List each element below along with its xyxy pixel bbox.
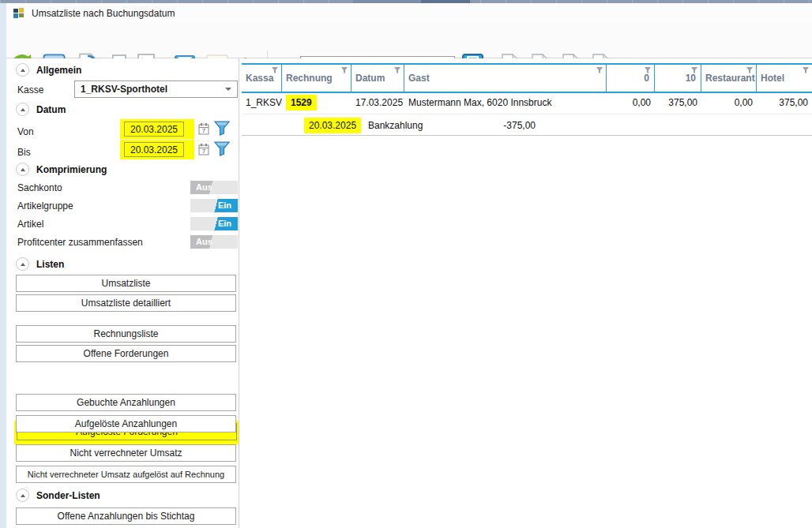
von-label: Von <box>17 126 34 137</box>
filter-icon[interactable] <box>802 66 810 74</box>
kasse-select[interactable]: 1_RKSV-Sporthotel <box>74 81 238 98</box>
sidebar: Allgemein Kasse 1_RKSV-Sporthotel Datum … <box>6 58 239 528</box>
rechnung-highlight: 1529 <box>286 95 317 110</box>
section-datum: Datum <box>16 103 66 116</box>
collapse-sonder-listen-icon[interactable] <box>16 489 29 502</box>
section-sonder-listen-title: Sonder-Listen <box>36 490 100 501</box>
column-header-datum[interactable]: Datum <box>351 65 404 92</box>
collapse-komprimierung-icon[interactable] <box>16 163 29 176</box>
column-header-kassa[interactable]: Kassa <box>242 65 282 92</box>
von-calendar-icon[interactable]: 7 <box>198 122 209 135</box>
svg-text:7: 7 <box>202 127 206 134</box>
column-header-10[interactable]: 10 <box>655 65 701 92</box>
bis-label: Bis <box>17 147 31 158</box>
collapse-listen-icon[interactable] <box>16 257 29 271</box>
toggle-state-label: Aus <box>196 182 212 192</box>
cell-0: 0,00 <box>607 97 655 108</box>
toggle-sachkonto[interactable]: Aus <box>190 181 238 194</box>
column-header-rechnung[interactable]: Rechnung <box>282 65 351 92</box>
column-header-restaurant[interactable]: Restaurant <box>701 65 757 92</box>
collapse-allgemein-icon[interactable] <box>16 63 29 77</box>
cell-10: 375,00 <box>655 97 701 108</box>
cell-rechnung: 1529 <box>282 97 351 108</box>
toggle-artikel-label: Artikel <box>17 219 43 230</box>
toggle-state-label: Ein <box>218 200 231 210</box>
kasse-label: Kasse <box>17 84 43 95</box>
rechnungsliste-button[interactable]: Rechnungsliste <box>16 325 236 343</box>
nicht-verrechneter-umsatz-aufgeloest-button[interactable]: Nicht verrechneter Umsatz aufgelöst auf … <box>16 466 236 483</box>
cell-kassa: 1_RKSV-Sporthotel <box>242 97 282 108</box>
section-listen: Listen <box>16 257 64 271</box>
window-title: Umsatzliste nach Buchungsdatum <box>32 8 175 19</box>
section-datum-title: Datum <box>36 104 66 115</box>
row-separator <box>242 135 812 136</box>
zahlung-betrag: -375,00 <box>472 120 536 131</box>
filter-icon[interactable] <box>340 66 348 74</box>
von-filter-icon[interactable] <box>213 119 231 137</box>
bis-filter-icon[interactable] <box>213 140 231 157</box>
filter-icon[interactable] <box>644 66 652 74</box>
umsatzliste-detailliert-button[interactable]: Umsatzliste detailliert <box>16 294 236 312</box>
section-allgemein: Allgemein <box>16 63 81 77</box>
aufgeloeste-anzahlungen-button[interactable]: Aufgelöste Anzahlungen <box>16 415 236 433</box>
app-icon <box>13 8 24 19</box>
bis-date-highlight: 20.03.2025 <box>120 140 194 159</box>
filter-icon[interactable] <box>596 66 603 74</box>
filter-icon[interactable] <box>271 66 279 74</box>
zahlung-datum-highlight: 20.03.2025 <box>304 118 361 133</box>
collapse-datum-icon[interactable] <box>16 103 29 116</box>
toggle-artikelgruppe-label: Artikelgruppe <box>17 200 73 212</box>
offene-anzahlungen-stichtag-button[interactable]: Offene Anzahlungen bis Stichtag <box>16 507 236 525</box>
toggle-artikelgruppe[interactable]: Ein <box>190 199 238 212</box>
column-label: Rechnung <box>286 73 333 84</box>
gebuchte-anzahlungen-button[interactable]: Gebuchte Anzahlungen <box>16 394 236 411</box>
column-header-gast[interactable]: Gast <box>404 65 607 92</box>
toggle-profitcenter[interactable]: Aus <box>190 235 238 249</box>
column-header-0[interactable]: 0 <box>607 65 655 92</box>
chevron-down-icon <box>225 88 231 91</box>
column-label: 0 <box>644 73 649 84</box>
app-window: Umsatzliste nach Buchungsdatum <box>0 0 812 528</box>
table-subrow[interactable]: 20.03.2025 Bankzahlung -375,00 <box>242 114 812 136</box>
offene-forderungen-button[interactable]: Offene Forderungen <box>16 345 236 362</box>
von-date-highlight: 20.03.2025 <box>120 119 194 139</box>
cell-restaurant: 0,00 <box>701 97 757 108</box>
column-label: Hotel <box>761 73 784 84</box>
zahlung-typ: Bankzahlung <box>368 120 423 131</box>
cell-datum: 17.03.2025 <box>351 97 404 108</box>
title-bar: Umsatzliste nach Buchungsdatum <box>6 3 812 24</box>
section-komprimierung-title: Komprimierung <box>36 164 107 175</box>
section-listen-title: Listen <box>36 259 64 270</box>
toggle-state-label: Ein <box>218 219 231 228</box>
toggle-profitcenter-label: Profitcenter zusammenfassen <box>17 237 143 248</box>
toggle-artikel[interactable]: Ein <box>190 217 238 230</box>
section-allgemein-title: Allgemein <box>36 65 81 76</box>
bis-calendar-icon[interactable]: 7 <box>198 143 209 155</box>
column-label: Restaurant <box>705 73 755 84</box>
cell-gast: Mustermann Max, 6020 Innsbruck <box>404 97 607 108</box>
toolbar: ⚙ ⚙ Profil Aktueller Tag <box>0 24 812 58</box>
von-date-input[interactable]: 20.03.2025 <box>124 122 184 137</box>
column-label: Gast <box>408 73 430 84</box>
table-row[interactable]: 1_RKSV-Sporthotel 1529 17.03.2025 Muster… <box>242 92 812 114</box>
toggle-sachkonto-label: Sachkonto <box>17 182 62 193</box>
toggle-state-label: Aus <box>196 237 212 246</box>
svg-text:7: 7 <box>202 148 206 155</box>
section-sonder-listen: Sonder-Listen <box>16 489 100 502</box>
bis-date-input[interactable]: 20.03.2025 <box>124 142 184 157</box>
filter-icon[interactable] <box>690 66 698 74</box>
filter-icon[interactable] <box>746 66 754 74</box>
column-header-hotel[interactable]: Hotel <box>757 65 812 92</box>
umsatzliste-button[interactable]: Umsatzliste <box>16 275 236 292</box>
column-label: Kassa <box>246 73 273 84</box>
window-left-strip <box>0 3 6 528</box>
column-label: 10 <box>686 73 696 84</box>
nicht-verrechneter-umsatz-button[interactable]: Nicht verrechneter Umsatz <box>16 444 236 462</box>
section-komprimierung: Komprimierung <box>16 163 107 176</box>
table-header: Kassa Rechnung Datum Gast 0 10 Restauran… <box>242 63 812 93</box>
cell-hotel: 375,00 <box>757 97 812 108</box>
kasse-select-value: 1_RKSV-Sporthotel <box>81 84 167 95</box>
filter-icon[interactable] <box>393 66 401 74</box>
column-label: Datum <box>355 73 385 84</box>
